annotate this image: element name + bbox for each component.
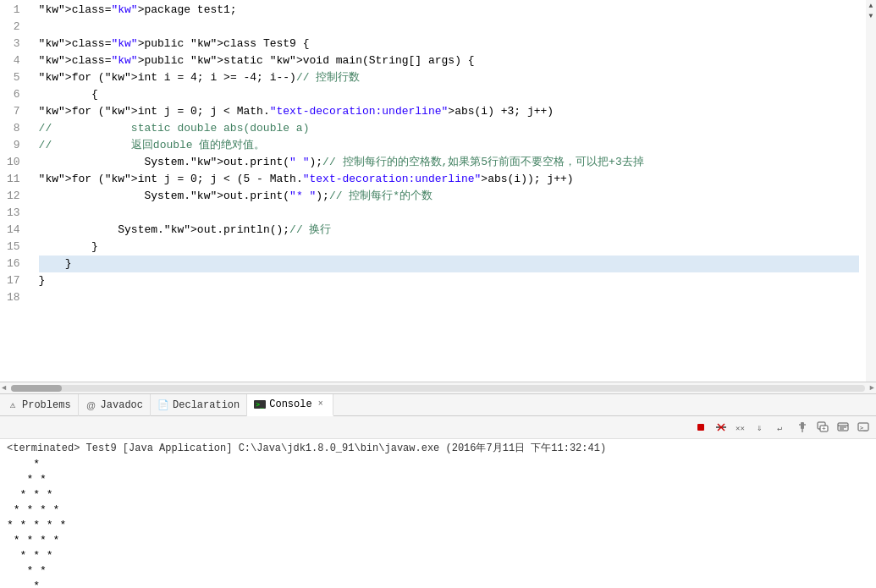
code-line[interactable]: { (39, 86, 859, 103)
tab-console[interactable]: >_Console× (247, 394, 333, 416)
code-line[interactable]: } (39, 239, 859, 256)
console-output-line: * * (7, 563, 869, 579)
tab-javadoc[interactable]: @Javadoc (79, 394, 151, 416)
problems-icon: ⚠ (7, 399, 19, 411)
toolbar-stop-button[interactable] (691, 418, 710, 437)
toolbar-open-console-button[interactable]: >_ (854, 418, 873, 437)
console-output[interactable]: <terminated> Test9 [Java Application] C:… (0, 439, 876, 588)
code-line[interactable] (39, 289, 859, 306)
tab-bar: ⚠Problems@Javadoc📄Declaration>_Console× (0, 394, 876, 416)
line-number: 1 (7, 2, 25, 19)
line-number: 3 (7, 36, 25, 52)
code-line[interactable]: "kw">for ("kw">int j = 0; j < Math."text… (39, 103, 859, 120)
console-output-line: * * * * (7, 503, 869, 518)
code-line[interactable] (39, 19, 859, 36)
bottom-panel: ⚠Problems@Javadoc📄Declaration>_Console× … (0, 393, 876, 588)
code-line[interactable]: } (39, 272, 859, 289)
tab-javadoc-label: Javadoc (101, 399, 143, 411)
console-output-line: * (7, 457, 869, 472)
console-output-line: * * * * * (7, 518, 869, 533)
console-output-line: * * * (7, 487, 869, 503)
console-icon: >_ (254, 398, 266, 410)
toolbar-remove-all-button[interactable]: ✕✕ (732, 418, 751, 437)
line-number: 17 (7, 272, 25, 289)
scroll-up-arrow[interactable]: ▲ (866, 0, 876, 10)
editor-area: 123456789101112131415161718 "kw">class="… (0, 0, 876, 393)
console-output-line: * * * * (7, 533, 869, 548)
tab-declaration[interactable]: 📄Declaration (151, 394, 247, 416)
svg-text:↵: ↵ (777, 424, 782, 433)
tab-problems-label: Problems (22, 399, 71, 411)
code-line[interactable]: // 返回double 值的绝对值。 (39, 137, 859, 154)
line-number: 15 (7, 239, 25, 256)
console-output-line: * * (7, 472, 869, 487)
svg-text:✕✕: ✕✕ (736, 425, 745, 433)
horizontal-scrollbar[interactable]: ◄ ► (0, 382, 876, 393)
code-line[interactable]: "kw">class="kw">public "kw">static "kw">… (39, 52, 859, 69)
code-line[interactable] (39, 205, 859, 222)
line-number: 7 (7, 103, 25, 120)
line-number: 2 (7, 19, 25, 36)
console-output-line: * (7, 579, 869, 588)
line-number: 8 (7, 120, 25, 137)
svg-text:>_: >_ (860, 425, 868, 431)
line-number: 13 (7, 205, 25, 222)
line-number: 12 (7, 188, 25, 205)
svg-rect-6 (801, 422, 804, 429)
line-number: 10 (7, 154, 25, 171)
line-number: 9 (7, 137, 25, 154)
console-header: <terminated> Test9 [Java Application] C:… (7, 441, 869, 455)
tab-console-close[interactable]: × (316, 399, 326, 409)
toolbar-new-console-button[interactable]: + (813, 418, 832, 437)
toolbar-display-selected-button[interactable] (834, 418, 852, 437)
code-line[interactable]: } (39, 256, 859, 272)
declaration-icon: 📄 (157, 399, 169, 411)
tab-declaration-label: Declaration (173, 399, 240, 411)
line-number: 14 (7, 222, 25, 239)
code-line[interactable]: "kw">for ("kw">int j = 0; j < (5 - Math.… (39, 171, 859, 188)
code-content[interactable]: "kw">class="kw">package test1; "kw">clas… (32, 0, 866, 382)
line-number: 6 (7, 86, 25, 103)
line-number: 4 (7, 52, 25, 69)
svg-text:⇓: ⇓ (757, 423, 763, 433)
svg-text:+: + (822, 425, 826, 432)
javadoc-icon: @ (85, 399, 97, 411)
tab-console-label: Console (269, 398, 311, 410)
tab-problems[interactable]: ⚠Problems (0, 394, 79, 416)
line-number: 18 (7, 289, 25, 306)
console-toolbar: ✕✕⇓↵+>_ (0, 416, 876, 439)
toolbar-scroll-lock-button[interactable]: ⇓ (752, 418, 771, 437)
line-number: 5 (7, 69, 25, 86)
code-line[interactable]: System."kw">out.println();// 换行 (39, 222, 859, 239)
code-line[interactable]: "kw">class="kw">package test1; (39, 2, 859, 19)
console-output-line: * * * (7, 548, 869, 563)
toolbar-pin-button[interactable] (793, 418, 812, 437)
code-line[interactable]: // static double abs(double a) (39, 120, 859, 137)
code-line[interactable]: "kw">class="kw">public "kw">class Test9 … (39, 36, 859, 52)
code-line[interactable]: System."kw">out.print("* ");// 控制每行*的个数 (39, 188, 859, 205)
line-numbers: 123456789101112131415161718 (0, 0, 32, 382)
code-line[interactable]: System."kw">out.print(" ");// 控制每行的的空格数,… (39, 154, 859, 171)
line-number: 16 (7, 256, 25, 272)
toolbar-word-wrap-button[interactable]: ↵ (773, 418, 791, 437)
vertical-scrollbar[interactable]: ▲ ▼ (866, 0, 876, 382)
scroll-down-arrow[interactable]: ▼ (866, 10, 876, 20)
toolbar-remove-button[interactable] (712, 418, 730, 437)
code-line[interactable]: "kw">for ("kw">int i = 4; i >= -4; i--)/… (39, 69, 859, 86)
line-number: 11 (7, 171, 25, 188)
